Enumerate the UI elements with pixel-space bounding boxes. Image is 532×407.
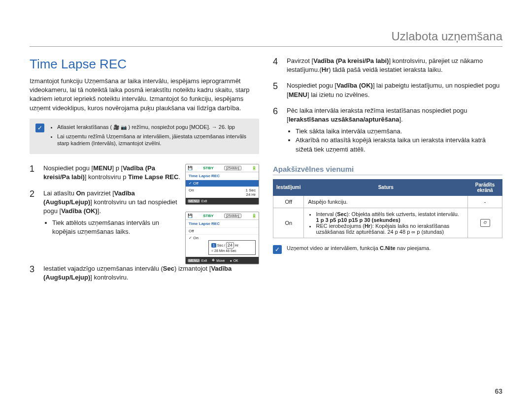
step-6-bullet-2: Atkarībā no atlasītā kopējā ieraksta lai… xyxy=(296,136,502,154)
step-3: 3 Iestatiet vajadzīgo uzņemšanas intervā… xyxy=(30,264,259,282)
note-box: ✓ Atlasiet Ierakstīšanas ( 🎥 📷 ) režīmu,… xyxy=(30,119,259,155)
time-remaining: [254Min] xyxy=(224,166,241,170)
table-row: On Interval (Sec): Objekta attēls tiek u… xyxy=(273,208,502,238)
th-content: Saturs xyxy=(304,179,468,195)
step-body: Lai atlasītu On pavirziet [Vadība (Augšu… xyxy=(43,189,180,237)
check-icon: ✓ xyxy=(35,124,44,132)
cell-off: Off xyxy=(273,195,304,208)
menu-row-off: ✓ Off xyxy=(186,180,259,187)
cell-off-icon: - xyxy=(468,195,502,208)
ok-icon: ● xyxy=(230,259,232,262)
video-icon: 🎥 xyxy=(113,125,119,130)
step-number: 2 xyxy=(30,189,38,200)
stby-label: STBY xyxy=(203,166,213,170)
check-icon: ✓ xyxy=(273,245,282,254)
menu-title: Time Lapse REC xyxy=(186,172,259,180)
time-remaining: [254Min] xyxy=(224,214,241,218)
step-number: 1 xyxy=(30,164,38,175)
step-4: 4 Pavirzot [Vadība (Pa kreisi/Pa labi)] … xyxy=(273,57,502,74)
step-number: 4 xyxy=(273,57,282,67)
cell-on-icon: ⏱ xyxy=(468,208,502,238)
interval-popup: 1 Sec / 24 Hr = 28 Min 48 Sec xyxy=(208,240,256,255)
step-5: 5 Nospiediet pogu [Vadība (OK)] lai pabe… xyxy=(273,81,502,99)
page-header: Uzlabota uzņemšana xyxy=(30,30,502,47)
step-body: Pavirzot [Vadība (Pa kreisi/Pa labi)] ko… xyxy=(287,57,502,74)
stby-label: STBY xyxy=(203,214,213,218)
popup-result: = 28 Min 48 Sec xyxy=(211,249,236,252)
note-list: Atlasiet Ierakstīšanas ( 🎥 📷 ) režīmu, n… xyxy=(49,124,253,150)
step-6-bullet-1: Tiek sākta laika intervāla uzņemšana. xyxy=(296,127,502,136)
step-1: 1 Nospiediet pogu [MENU] p [Vadība (Pa k… xyxy=(30,164,180,182)
header-title: Uzlabota uzņemšana xyxy=(392,30,502,43)
timelapse-icon: ⏱ xyxy=(480,219,490,227)
section-heading: Time Lapse REC xyxy=(30,57,259,72)
intro-paragraph: Izmantojot funkciju Uzņemšana ar laika i… xyxy=(30,77,259,113)
sd-icon: 💾 xyxy=(188,214,193,218)
step-number: 5 xyxy=(273,81,282,92)
menu-badge: MENU xyxy=(188,199,200,203)
page-number: 63 xyxy=(495,387,502,395)
left-column: Time Lapse REC Izmantojot funkciju Uzņem… xyxy=(30,57,259,289)
screenshot-footer: MENU Exit xyxy=(186,198,259,204)
menu-badge: MENU xyxy=(188,259,200,262)
step-body: Pēc laika intervāla ieraksta režīma iest… xyxy=(287,106,502,154)
screenshots-column: 💾 STBY [254Min] 🔋 Time Lapse REC ✓ Off O… xyxy=(185,164,259,264)
screenshot-footer: MENU Exit ✥ Move ● OK xyxy=(186,257,259,264)
two-column-layout: Time Lapse REC Izmantojot funkciju Uzņem… xyxy=(30,57,502,289)
step-number: 3 xyxy=(30,264,38,275)
menu-row-off: Off xyxy=(186,227,259,234)
step-6: 6 Pēc laika intervāla ieraksta režīma ie… xyxy=(273,106,502,154)
step-body: Iestatiet vajadzīgo uzņemšanas intervālu… xyxy=(43,264,259,282)
battery-icon: 🔋 xyxy=(252,166,257,170)
popup-sec-value: 1 xyxy=(211,243,216,248)
cell-on: On xyxy=(273,208,304,238)
check-icon: ✓ xyxy=(189,236,192,240)
popup-hr-value: 24 xyxy=(226,242,234,249)
battery-icon: 🔋 xyxy=(252,214,257,218)
note-item-2: Lai uzņemtu režīmā Uzņemšana ar intervāl… xyxy=(57,133,253,148)
note-item-1: Atlasiet Ierakstīšanas ( 🎥 📷 ) režīmu, n… xyxy=(57,124,253,131)
menu-title: Time Lapse REC xyxy=(186,220,259,227)
sd-icon: 💾 xyxy=(188,166,193,170)
cell-on-desc: Interval (Sec): Objekta attēls tiek uztv… xyxy=(304,208,468,238)
submenu-heading: Apakšizvēlnes vienumi xyxy=(273,165,502,175)
step-body: Nospiediet pogu [MENU] p [Vadība (Pa kre… xyxy=(43,164,180,182)
th-settings: Iestatījumi xyxy=(273,179,304,195)
table-row: Off Atspējo funkciju. - xyxy=(273,195,502,208)
camera-screenshot-2: 💾 STBY [254Min] 🔋 Time Lapse REC Off ✓ O… xyxy=(185,212,259,264)
on-bullet-interval: Interval (Sec): Objekta attēls tiek uztv… xyxy=(316,211,464,223)
step-number: 6 xyxy=(273,106,282,117)
camera-icon: 📷 xyxy=(121,125,127,130)
step-2: 2 Lai atlasītu On pavirziet [Vadība (Aug… xyxy=(30,189,180,237)
on-bullet-rec-limit: REC ierobežojums (Hr): Kopējais laiks no… xyxy=(316,223,464,235)
th-display: Parādīts ekrānā xyxy=(468,179,502,195)
step-body: Nospiediet pogu [Vadība (OK)] lai pabeig… xyxy=(287,81,502,99)
settings-table: Iestatījumi Saturs Parādīts ekrānā Off A… xyxy=(273,179,502,238)
footnote: ✓ Uzņemot video ar intervāliem, funkcija… xyxy=(273,245,502,254)
right-column: 4 Pavirzot [Vadība (Pa kreisi/Pa labi)] … xyxy=(273,57,502,289)
camera-screenshot-1: 💾 STBY [254Min] 🔋 Time Lapse REC ✓ Off O… xyxy=(185,164,259,205)
cell-off-desc: Atspējo funkciju. xyxy=(304,195,468,208)
check-icon: ✓ xyxy=(189,181,192,186)
footnote-text: Uzņemot video ar intervāliem, funkcija C… xyxy=(287,245,431,251)
step-2-bullet: Tiek attēlots uzņemšanas intervāls un ko… xyxy=(52,219,180,236)
menu-row-on: On 1 Sec 24 Hr xyxy=(186,187,259,198)
move-icon: ✥ xyxy=(212,258,215,262)
